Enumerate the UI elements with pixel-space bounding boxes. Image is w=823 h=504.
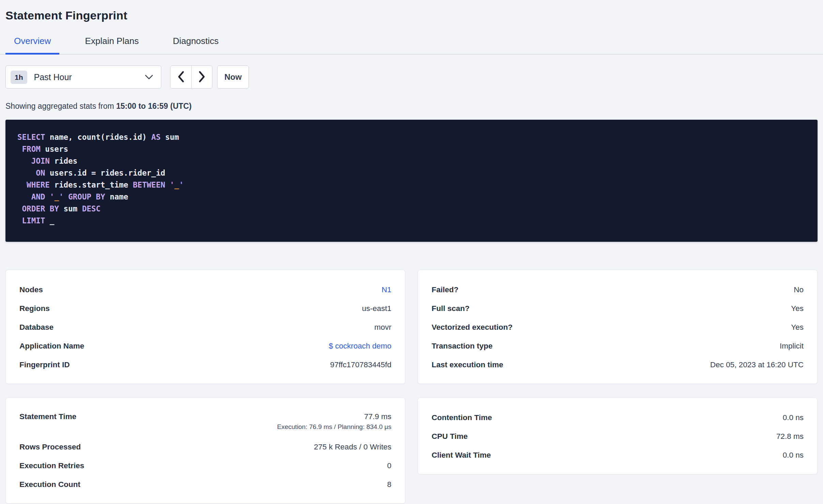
sql-token: SELECT: [17, 133, 45, 142]
sql-statement: SELECT name, count(rides.id) AS sum FROM…: [17, 131, 806, 227]
time-range-dropdown[interactable]: 1h Past Hour: [5, 65, 161, 89]
stats-line-range: 15:00 to 16:59 (UTC): [116, 102, 192, 110]
sql-token: [17, 168, 36, 177]
stat-value-group: 275 k Reads / 0 Writes: [314, 443, 391, 451]
stat-value-link[interactable]: N1: [381, 285, 391, 294]
stat-row: Client Wait Time0.0 ns: [432, 446, 804, 464]
stat-value-group: N1: [381, 285, 391, 294]
sql-token: GROUP BY: [68, 192, 105, 201]
page-title: Statement Fingerprint: [5, 9, 818, 22]
sql-token: [17, 180, 27, 189]
overview-cards-row: NodesN1Regionsus-east1DatabasemovrApplic…: [5, 270, 818, 384]
stat-row: Rows Processed275 k Reads / 0 Writes: [19, 438, 391, 456]
sql-token: [17, 192, 31, 201]
time-step-group: [170, 65, 212, 89]
now-button[interactable]: Now: [217, 65, 249, 89]
stat-subvalue: Execution: 76.9 ms / Planning: 834.0 µs: [277, 423, 391, 431]
stat-value: us-east1: [362, 304, 391, 313]
stat-label: Rows Processed: [19, 443, 81, 451]
stat-label: Failed?: [432, 285, 459, 294]
statement-fingerprint-page: Statement Fingerprint Overview Explain P…: [0, 9, 823, 504]
sql-token: LIMIT: [22, 216, 45, 225]
stat-row: Last execution timeDec 05, 2023 at 16:20…: [432, 355, 804, 374]
sql-statement-box: SELECT name, count(rides.id) AS sum FROM…: [5, 120, 818, 242]
stat-value: Yes: [791, 323, 804, 332]
tab-explain-plans[interactable]: Explain Plans: [76, 33, 147, 55]
stat-label: Database: [19, 323, 54, 332]
stat-row: Vectorized execution?Yes: [432, 318, 804, 337]
stat-label: Regions: [19, 304, 50, 313]
stat-row: Contention Time0.0 ns: [432, 408, 804, 427]
sql-token: ORDER BY: [22, 204, 59, 213]
chevron-down-icon: [145, 74, 153, 80]
sql-token: rides.start_time: [50, 180, 133, 189]
tab-bar: Overview Explain Plans Diagnostics: [0, 33, 823, 55]
sql-token: ': [179, 180, 184, 189]
stat-value: Dec 05, 2023 at 16:20 UTC: [710, 360, 804, 369]
stat-label: Contention Time: [432, 413, 492, 422]
stat-value: movr: [374, 323, 391, 332]
sql-token: JOIN: [31, 157, 50, 165]
stat-value-group: movr: [374, 323, 391, 332]
stat-row: CPU Time72.8 ms: [432, 427, 804, 446]
execution-stats-card-left: Statement Time77.9 msExecution: 76.9 ms …: [5, 398, 405, 504]
stat-row: Execution Count8: [19, 475, 391, 494]
stat-row: Application Name$ cockroach demo: [19, 337, 391, 355]
stat-row: Execution Retries0: [19, 456, 391, 475]
sql-token: name: [105, 192, 128, 201]
stat-label: Statement Time: [19, 412, 76, 421]
stat-label: Full scan?: [432, 304, 469, 313]
stat-label: Application Name: [19, 342, 84, 351]
stat-row: Failed?No: [432, 280, 804, 299]
stat-label: Vectorized execution?: [432, 323, 513, 332]
stat-value: 0.0 ns: [783, 451, 804, 460]
stats-line-prefix: Showing aggregated stats from: [5, 102, 116, 110]
execution-stats-card-right: Contention Time0.0 nsCPU Time72.8 msClie…: [418, 398, 818, 474]
sql-token: [17, 157, 31, 165]
sql-token: [165, 180, 170, 189]
tab-diagnostics[interactable]: Diagnostics: [164, 33, 227, 55]
stat-row: Full scan?Yes: [432, 299, 804, 318]
previous-time-button[interactable]: [170, 66, 191, 88]
stat-value-group: 0.0 ns: [783, 413, 804, 422]
time-range-label: Past Hour: [34, 72, 72, 82]
sql-token: name, count(rides.id): [45, 133, 151, 142]
sql-token: [63, 192, 68, 201]
sql-token: users: [41, 145, 68, 153]
stat-label: Transaction type: [432, 342, 493, 351]
sql-token: ': [50, 192, 55, 201]
stat-label: Client Wait Time: [432, 451, 491, 460]
next-time-button[interactable]: [191, 66, 212, 88]
sql-token: sum: [59, 204, 82, 213]
stat-value-group: Implicit: [780, 342, 804, 351]
stat-label: Execution Retries: [19, 461, 84, 470]
sql-token: _: [175, 180, 179, 189]
chevron-right-icon: [198, 71, 206, 84]
sql-token: FROM: [22, 145, 41, 153]
stat-value: 0: [387, 461, 391, 470]
sql-token: ': [59, 192, 64, 201]
stat-value-group: 0: [387, 461, 391, 470]
stat-value-group: 8: [387, 480, 391, 489]
stat-value: Yes: [791, 304, 804, 313]
stat-row: Transaction typeImplicit: [432, 337, 804, 355]
sql-token: users.id = rides.rider_id: [45, 168, 165, 177]
stat-row: Databasemovr: [19, 318, 391, 337]
stat-value: 8: [387, 480, 391, 489]
sql-token: ': [170, 180, 175, 189]
stat-value-group: 97ffc170783445fd: [330, 360, 391, 369]
stat-value-group: 0.0 ns: [783, 451, 804, 460]
stat-value: 275 k Reads / 0 Writes: [314, 443, 391, 451]
sql-token: BETWEEN: [133, 180, 165, 189]
sql-token: rides: [50, 157, 77, 165]
stat-value: No: [794, 285, 804, 294]
tab-overview[interactable]: Overview: [5, 33, 59, 55]
stat-value-link[interactable]: $ cockroach demo: [329, 342, 391, 350]
overview-details-card-left: NodesN1Regionsus-east1DatabasemovrApplic…: [5, 270, 405, 384]
sql-token: AND: [31, 192, 45, 201]
stat-value-group: us-east1: [362, 304, 391, 313]
time-controls: 1h Past Hour Now: [5, 65, 818, 89]
stat-value-group: 72.8 ms: [776, 432, 804, 441]
sql-token: [17, 216, 22, 225]
stat-label: Last execution time: [432, 360, 503, 369]
